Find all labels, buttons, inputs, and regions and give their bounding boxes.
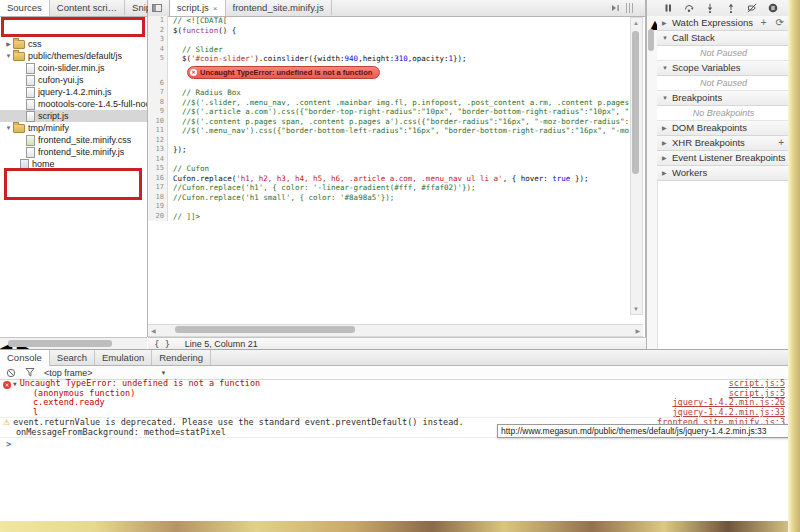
console-tab-console[interactable]: Console <box>0 350 50 366</box>
console-tab-bar: ConsoleSearchEmulationRendering <box>0 350 789 366</box>
pause-icon[interactable] <box>663 3 673 13</box>
editor-tab-frontend-site-minify-js[interactable]: frontend_site.minify.js <box>226 0 332 15</box>
code-line: Cufon.replace('h1, h2, h3, h4, h5, h6, .… <box>168 174 588 184</box>
gutter-line-number[interactable]: 5 <box>148 54 168 64</box>
inline-error-widget: ✕Uncaught TypeError: undefined is not a … <box>187 66 380 79</box>
tree-item-cufon-yui-js[interactable]: cufon-yui.js <box>0 74 147 86</box>
editor-horizontal-scrollbar[interactable]: ◀ ▶ <box>148 324 643 337</box>
scrollbar-thumb[interactable] <box>632 31 639 174</box>
gutter-line-number[interactable]: 6 <box>148 79 168 89</box>
gutter-line-number[interactable]: 18 <box>148 193 168 203</box>
console-link-jquery-1-4-2-min-js-33[interactable]: jquery-1.4.2.min.js:33 <box>672 408 785 417</box>
toggle-navigator-icon[interactable] <box>152 3 162 13</box>
disclosure-expanded-icon: ▼ <box>662 91 672 105</box>
deactivate-breakpoints-icon[interactable] <box>747 3 757 13</box>
disclosure-expanded-icon[interactable]: ▼ <box>4 122 13 134</box>
editor-tab-script-js[interactable]: script.js× <box>169 0 226 16</box>
console-message-text: Uncaught TypeError: undefined is not a f… <box>20 379 261 388</box>
scroll-up-icon[interactable]: ▲ <box>633 20 639 26</box>
scroll-right-icon[interactable]: ▶ <box>635 328 640 334</box>
gutter-line-number[interactable]: 14 <box>148 155 168 165</box>
pause-on-exceptions-icon[interactable] <box>768 3 778 13</box>
section-header-workers[interactable]: ▶Workers <box>657 166 790 181</box>
js-file-icon <box>26 75 35 86</box>
gutter-line-number[interactable]: 10 <box>148 117 168 127</box>
tab-overflow-icon[interactable] <box>610 3 621 13</box>
console-link-script-js-5[interactable]: script.js:5 <box>729 379 785 388</box>
tree-item-mootools-core-1-4-5-full-nocomp[interactable]: mootools-core-1.4.5-full-nocomp <box>0 98 147 110</box>
scroll-left-icon[interactable]: ◀ <box>151 328 156 334</box>
js-file-icon <box>26 111 35 122</box>
console-link-jquery-1-4-2-min-js-26[interactable]: jquery-1.4.2.min.js:26 <box>672 398 785 407</box>
tree-item-public-themes-default-js[interactable]: ▼public/themes/default/js <box>0 50 147 62</box>
expand-caret-icon[interactable]: ▼ <box>13 380 17 387</box>
step-over-icon[interactable] <box>684 3 694 13</box>
gutter-line-number[interactable]: 12 <box>148 136 168 146</box>
console-link-script-js-5[interactable]: script.js:5 <box>729 389 785 398</box>
scrollbar-thumb[interactable] <box>8 340 112 347</box>
add-icon[interactable]: + <box>778 138 784 148</box>
section-header-scope-variables[interactable]: ▼Scope Variables <box>657 61 790 76</box>
css-file-icon <box>26 135 35 146</box>
splitter-grip[interactable] <box>626 3 633 13</box>
close-tab-icon[interactable]: × <box>213 4 218 13</box>
gutter-line-number[interactable]: 9 <box>148 107 168 117</box>
code-line: //$('.article a.com').css({"border-top-r… <box>168 107 629 117</box>
refresh-icon[interactable]: ⟳ <box>776 18 784 28</box>
gutter-line-number[interactable]: 11 <box>148 126 168 136</box>
step-out-icon[interactable] <box>726 3 736 13</box>
js-file-icon <box>26 63 35 74</box>
console-tab-search[interactable]: Search <box>50 350 95 365</box>
step-into-icon[interactable] <box>705 3 715 13</box>
navigator-tab-content-scri[interactable]: Content scri… <box>50 0 125 15</box>
console-tab-rendering[interactable]: Rendering <box>152 350 211 365</box>
tree-item-frontend-site-minify-css[interactable]: frontend_site.minify.css <box>0 134 147 146</box>
gutter-line-number[interactable]: 2 <box>148 26 168 36</box>
section-header-breakpoints[interactable]: ▼Breakpoints <box>657 91 790 106</box>
gutter-line-number[interactable]: 3 <box>148 35 168 45</box>
code-line: //$('.menu_nav').css({"border-bottom-lef… <box>168 126 629 136</box>
gutter-line-number[interactable]: 7 <box>148 88 168 98</box>
tree-item-jquery-1-4-2-min-js[interactable]: jquery-1.4.2.min.js <box>0 86 147 98</box>
disclosure-expanded-icon[interactable]: ▼ <box>4 50 13 62</box>
console-prompt[interactable]: > <box>0 438 789 449</box>
editor-vertical-scrollbar[interactable]: ▲ ▼ <box>630 17 643 315</box>
code-editor[interactable]: 1// <![CDATA[2$(function() {34 // Slider… <box>148 16 629 325</box>
clear-console-icon[interactable] <box>6 368 16 378</box>
section-header-watch-expressions[interactable]: ▶Watch Expressions+⟳ <box>657 16 790 31</box>
gutter-line-number[interactable]: 1 <box>148 16 168 26</box>
tree-item-tmp-minify[interactable]: ▼tmp/minify <box>0 122 147 134</box>
tree-item-script-js[interactable]: script.js <box>0 110 147 122</box>
gutter-line-number[interactable]: 8 <box>148 98 168 108</box>
tree-item-coin-slider-min-js[interactable]: coin-slider.min.js <box>0 62 147 74</box>
section-header-dom-breakpoints[interactable]: ▶DOM Breakpoints <box>657 121 790 136</box>
navigator-tab-sources[interactable]: Sources <box>0 0 50 16</box>
console-row: jquery-1.4.2.min.js:26c.extend.ready <box>0 398 789 407</box>
disclosure-collapsed-icon: ▶ <box>662 136 672 150</box>
gutter-line-number[interactable]: 13 <box>148 145 168 155</box>
tree-item-label: frontend_site.minify.css <box>38 134 131 146</box>
filter-icon[interactable] <box>25 368 35 377</box>
gutter-line-number[interactable]: 20 <box>148 212 168 222</box>
console-tab-emulation[interactable]: Emulation <box>95 350 152 365</box>
gutter-line-number[interactable]: 15 <box>148 164 168 174</box>
scrollbar-thumb[interactable] <box>648 29 654 51</box>
code-line <box>168 136 173 146</box>
section-header-call-stack[interactable]: ▼Call Stack <box>657 31 790 46</box>
code-line <box>168 202 173 212</box>
section-header-xhr-breakpoints[interactable]: ▶XHR Breakpoints+ <box>657 136 790 151</box>
warning-icon: ⚠ <box>3 418 10 427</box>
disclosure-collapsed-icon[interactable]: ▶ <box>4 38 13 50</box>
tree-item-frontend-site-minify-js[interactable]: frontend_site.minify.js <box>0 146 147 158</box>
gutter-line-number[interactable]: 16 <box>148 174 168 184</box>
frame-selector-dropdown[interactable]: <top frame> ▼ <box>44 368 166 378</box>
code-line: // <![CDATA[ <box>168 16 227 26</box>
gutter-line-number[interactable]: 17 <box>148 183 168 193</box>
add-icon[interactable]: + <box>761 18 767 28</box>
gutter-line-number[interactable]: 19 <box>148 202 168 212</box>
scrollbar-thumb[interactable] <box>175 326 355 333</box>
gutter-line-number[interactable]: 4 <box>148 45 168 55</box>
section-header-event-listener-breakpoints[interactable]: ▶Event Listener Breakpoints <box>657 151 790 166</box>
scroll-down-icon[interactable]: ▼ <box>633 306 639 312</box>
tree-item-css[interactable]: ▶css <box>0 38 147 50</box>
